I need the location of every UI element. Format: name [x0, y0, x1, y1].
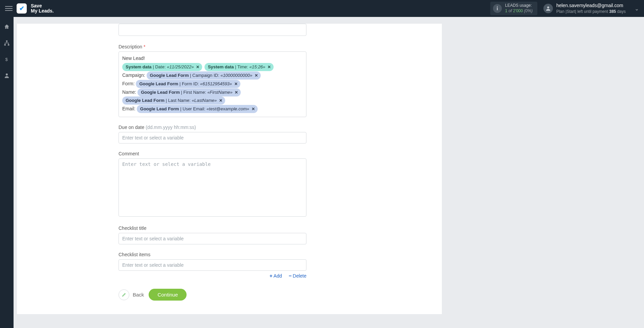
sidebar-flow-icon[interactable]: [0, 37, 14, 49]
user-text: helen.savemyleads@gmail.com Plan |Start|…: [556, 2, 626, 14]
name-input[interactable]: [119, 24, 306, 36]
sidebar-account-icon[interactable]: [0, 70, 14, 81]
usage-text: LEADS usage: 1 of 2'000 (0%): [505, 3, 533, 14]
remove-tag-icon[interactable]: ✕: [196, 65, 199, 69]
svg-rect-1: [6, 41, 8, 42]
header-left: ✔ Save My Leads.: [5, 3, 54, 14]
comment-input[interactable]: [119, 158, 306, 217]
tag-date[interactable]: System data | Date: «11/25/2022» ✕: [122, 63, 202, 71]
remove-tag-icon[interactable]: ✕: [234, 82, 238, 86]
remove-tag-icon[interactable]: ✕: [255, 73, 258, 78]
add-button[interactable]: +Add: [270, 273, 282, 279]
svg-point-5: [6, 73, 8, 75]
minus-icon: −: [289, 273, 292, 279]
tag-email[interactable]: Google Lead Form | User Email: «test@exa…: [137, 105, 258, 113]
description-label: Description *: [119, 44, 306, 49]
checklist-item-input[interactable]: [119, 259, 306, 271]
remove-tag-icon[interactable]: ✕: [252, 107, 255, 111]
user-avatar-icon: [543, 4, 553, 13]
checklist-actions: +Add −Delete: [119, 273, 306, 279]
new-lead-text: New Lead!: [122, 54, 303, 63]
sidebar-billing-icon[interactable]: $: [0, 53, 14, 65]
svg-rect-2: [4, 44, 6, 46]
chevron-down-icon[interactable]: ⌄: [635, 5, 639, 12]
due-date-input[interactable]: [119, 132, 306, 144]
tag-campaign[interactable]: Google Lead Form | Campaign ID: «1000000…: [147, 71, 261, 80]
tag-time[interactable]: System data | Time: «15:26» ✕: [205, 63, 274, 71]
pencil-icon: [122, 292, 127, 297]
plus-icon: +: [270, 273, 273, 279]
delete-button[interactable]: −Delete: [289, 273, 306, 279]
svg-point-0: [547, 6, 549, 8]
remove-tag-icon[interactable]: ✕: [267, 65, 271, 69]
info-icon: i: [493, 4, 502, 13]
user-block[interactable]: helen.savemyleads@gmail.com Plan |Start|…: [543, 2, 626, 14]
sidebar: $: [0, 17, 14, 328]
remove-tag-icon[interactable]: ✕: [235, 90, 238, 95]
main-content: Description * New Lead! System data | Da…: [14, 17, 644, 328]
svg-text:$: $: [5, 57, 8, 62]
logo-text: Save My Leads.: [31, 3, 54, 14]
form-card: Description * New Lead! System data | Da…: [17, 24, 442, 314]
due-date-label: Due on date (dd.mm.yyyy hh:mm:ss): [119, 125, 306, 130]
checklist-items-label: Checklist items: [119, 252, 306, 257]
header-right: i LEADS usage: 1 of 2'000 (0%) helen.sav…: [490, 2, 639, 15]
tag-lastname[interactable]: Google Lead Form | Last Name: «LastName»…: [122, 96, 225, 105]
comment-label: Comment: [119, 151, 306, 156]
remove-tag-icon[interactable]: ✕: [219, 98, 222, 103]
logo-icon[interactable]: ✔: [17, 3, 27, 14]
app-header: ✔ Save My Leads. i LEADS usage: 1 of 2'0…: [0, 0, 644, 17]
back-label[interactable]: Back: [133, 292, 144, 298]
checklist-title-input[interactable]: [119, 233, 306, 244]
checklist-title-label: Checklist title: [119, 225, 306, 231]
back-button[interactable]: [119, 289, 129, 300]
continue-button[interactable]: Continue: [149, 289, 187, 301]
footer-buttons: Back Continue: [119, 289, 306, 301]
tag-form[interactable]: Google Lead Form | Form ID: «61512954593…: [136, 80, 240, 88]
description-input[interactable]: New Lead! System data | Date: «11/25/202…: [119, 51, 306, 117]
leads-usage[interactable]: i LEADS usage: 1 of 2'000 (0%): [490, 2, 537, 15]
svg-rect-3: [8, 44, 9, 46]
tag-firstname[interactable]: Google Lead Form | First Name: «FirstNam…: [137, 88, 241, 96]
sidebar-home-icon[interactable]: [0, 21, 14, 32]
hamburger-icon[interactable]: [5, 5, 13, 12]
